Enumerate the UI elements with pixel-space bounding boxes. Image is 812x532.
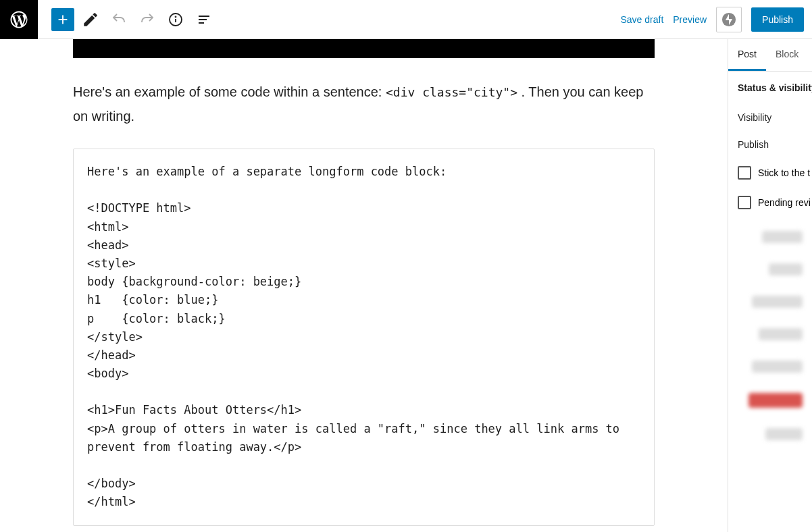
publish-button[interactable]: Publish bbox=[751, 7, 804, 32]
sticky-checkbox[interactable] bbox=[738, 166, 751, 180]
content-area: Here's an example of some code within a … bbox=[0, 39, 812, 532]
outline-icon bbox=[196, 11, 212, 28]
blurred-item bbox=[748, 393, 803, 408]
paragraph-text-before: Here's an example of some code within a … bbox=[73, 84, 386, 99]
inline-code: <div class="city"> bbox=[386, 85, 517, 99]
svg-point-2 bbox=[176, 16, 176, 17]
pencil-icon bbox=[82, 11, 99, 28]
wordpress-logo[interactable] bbox=[0, 0, 38, 39]
blurred-item bbox=[762, 231, 803, 243]
jetpack-button[interactable] bbox=[716, 7, 742, 32]
sticky-label: Stick to the t bbox=[758, 167, 810, 178]
cover-block[interactable] bbox=[73, 39, 655, 58]
undo-icon bbox=[111, 11, 127, 28]
code-block[interactable]: Here's an example of a separate longform… bbox=[73, 149, 655, 526]
info-icon bbox=[168, 11, 184, 28]
edit-mode-button[interactable] bbox=[78, 7, 103, 32]
pending-row: Pending revi bbox=[728, 188, 812, 217]
settings-sidebar: Post Block Status & visibility Visibilit… bbox=[728, 39, 812, 532]
preview-button[interactable]: Preview bbox=[673, 14, 707, 25]
redo-button[interactable] bbox=[135, 7, 159, 32]
sidebar-tabs: Post Block bbox=[728, 39, 812, 72]
top-toolbar: Save draft Preview Publish bbox=[0, 0, 812, 39]
outline-button[interactable] bbox=[192, 7, 216, 32]
publish-row[interactable]: Publish bbox=[728, 131, 812, 158]
visibility-row[interactable]: Visibility bbox=[728, 104, 812, 131]
wordpress-icon bbox=[9, 9, 29, 30]
status-visibility-heading[interactable]: Status & visibility bbox=[728, 72, 812, 104]
blurred-item bbox=[759, 328, 803, 340]
info-button[interactable] bbox=[163, 7, 188, 32]
pending-label: Pending revi bbox=[758, 197, 811, 208]
toolbar-right: Save draft Preview Publish bbox=[620, 7, 812, 32]
plus-icon bbox=[55, 12, 70, 27]
redo-icon bbox=[139, 11, 155, 28]
pending-checkbox[interactable] bbox=[738, 196, 751, 209]
toolbar-left bbox=[38, 7, 216, 32]
add-block-button[interactable] bbox=[51, 8, 74, 31]
jetpack-icon bbox=[721, 12, 736, 27]
blurred-item bbox=[769, 263, 803, 275]
sticky-row: Stick to the t bbox=[728, 158, 812, 188]
tab-block[interactable]: Block bbox=[766, 39, 808, 71]
blurred-item bbox=[752, 296, 803, 308]
blurred-item bbox=[765, 428, 803, 440]
blurred-item bbox=[752, 361, 803, 373]
undo-button[interactable] bbox=[107, 7, 131, 32]
editor-canvas[interactable]: Here's an example of some code within a … bbox=[0, 39, 728, 532]
blurred-panels bbox=[728, 231, 812, 440]
tab-post[interactable]: Post bbox=[728, 39, 766, 71]
paragraph-block[interactable]: Here's an example of some code within a … bbox=[73, 80, 655, 128]
save-draft-button[interactable]: Save draft bbox=[620, 14, 663, 25]
